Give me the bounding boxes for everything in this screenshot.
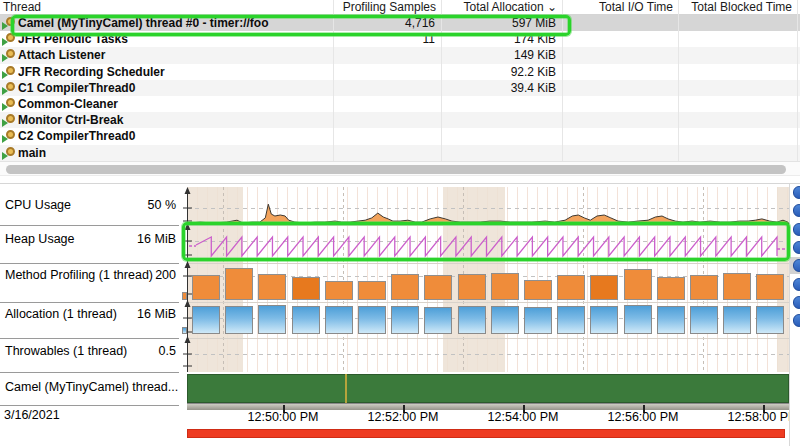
method-profiling-bar[interactable] (557, 275, 585, 300)
cpu-usage-chart[interactable] (187, 187, 789, 225)
allocation-bar[interactable] (524, 307, 552, 334)
gutter-separator (0, 225, 179, 226)
allocation-bar[interactable] (391, 306, 419, 334)
thread-name: C2 CompilerThread0 (18, 128, 135, 144)
method-profiling-bar[interactable] (292, 277, 320, 300)
allocation-bar[interactable] (723, 306, 751, 334)
cell-allocation: 92.2 KiB (441, 64, 556, 80)
expand-arrow-icon[interactable] (2, 38, 8, 46)
cell-samples: 11 (333, 31, 435, 47)
thread-name: JFR Recording Scheduler (18, 64, 165, 80)
time-label: 12:54:00 PM (475, 410, 571, 424)
thread-activity-bar[interactable] (187, 374, 789, 403)
allocation-bar[interactable] (624, 305, 652, 334)
table-row[interactable]: Common-Cleaner (0, 96, 800, 112)
allocation-bar[interactable] (358, 306, 386, 334)
lane-toggle-button[interactable] (793, 259, 800, 272)
allocation-bar[interactable] (557, 306, 585, 334)
expand-arrow-icon[interactable] (2, 22, 8, 30)
lane-toggle-button[interactable] (793, 296, 800, 309)
method-profiling-bar[interactable] (657, 277, 685, 300)
method-profiling-bar[interactable] (491, 273, 519, 300)
lane-axis-value-3: 16 MiB (108, 307, 176, 321)
lane-toggle-button[interactable] (793, 241, 800, 254)
table-row[interactable]: Camel (MyTinyCamel) thread #0 - timer://… (0, 15, 800, 31)
lane-label-2: Method Profiling (1 thread) (5, 268, 153, 282)
clipped-bar (182, 292, 187, 300)
table-row[interactable]: JFR Periodic Tasks11174 KiB (0, 31, 800, 47)
method-profiling-bar[interactable] (624, 269, 652, 300)
time-label: 12:58:00 PM (715, 410, 800, 424)
gutter-separator (0, 338, 179, 339)
allocation-bar[interactable] (292, 306, 320, 334)
lane-toggle-button[interactable] (793, 278, 800, 291)
method-profiling-bar[interactable] (225, 268, 253, 300)
allocation-bar[interactable] (491, 306, 519, 334)
lane-toggle-button[interactable] (793, 186, 800, 199)
timeline-range-selector[interactable] (187, 429, 785, 438)
allocation-bar[interactable] (325, 306, 353, 334)
expand-arrow-icon[interactable] (2, 71, 8, 79)
table-row[interactable]: C1 CompilerThread039.4 KiB (0, 80, 800, 96)
allocation-bar[interactable] (690, 306, 718, 334)
allocation-bar[interactable] (458, 306, 486, 334)
column-divider (441, 0, 442, 161)
timeline-panel[interactable]: CPU Usage50 %Heap Usage16 MiBMethod Prof… (0, 183, 800, 446)
allocation-bar[interactable] (225, 306, 253, 334)
method-profiling-bar[interactable] (192, 275, 220, 300)
method-profiling-bar[interactable] (391, 274, 419, 300)
thread-table[interactable]: ThreadProfiling SamplesTotal Allocation … (0, 0, 800, 161)
table-row[interactable]: Attach Listener149 KiB (0, 47, 800, 63)
cell-allocation: 149 KiB (441, 47, 556, 63)
thread-icon (2, 33, 17, 46)
clipped-bar (182, 327, 187, 334)
column-header-profiling-samples[interactable]: Profiling Samples (333, 0, 436, 15)
lane-toggle-button[interactable] (793, 204, 800, 217)
method-profiling-bar[interactable] (590, 275, 618, 300)
lane-toggle-button[interactable] (793, 223, 800, 236)
method-profiling-bar[interactable] (258, 274, 286, 300)
method-profiling-bar[interactable] (524, 280, 552, 300)
column-header-total-blocked-time[interactable]: Total Blocked Time (678, 0, 792, 15)
column-header-thread[interactable]: Thread (3, 0, 333, 15)
gutter-separator (0, 405, 179, 406)
expand-arrow-icon[interactable] (2, 152, 8, 160)
allocation-bar[interactable] (590, 306, 618, 334)
allocation-bar[interactable] (192, 306, 220, 334)
table-row[interactable]: Monitor Ctrl-Break (0, 112, 800, 128)
table-row[interactable]: JFR Recording Scheduler92.2 KiB (0, 64, 800, 80)
allocation-bar[interactable] (258, 305, 286, 334)
table-row[interactable]: main (0, 145, 800, 161)
heap-usage-chart[interactable] (187, 225, 789, 263)
allocation-bar[interactable] (657, 306, 685, 334)
method-profiling-bar[interactable] (458, 274, 486, 300)
expand-arrow-icon[interactable] (2, 103, 8, 111)
method-profiling-bar[interactable] (358, 281, 386, 300)
method-profiling-bar[interactable] (723, 273, 751, 300)
expand-arrow-icon[interactable] (2, 87, 8, 95)
gutter-separator (0, 263, 179, 264)
method-profiling-bar[interactable] (690, 275, 718, 300)
scrollbar-thumb[interactable] (6, 165, 786, 174)
cell-allocation: 174 KiB (441, 31, 556, 47)
expand-arrow-icon[interactable] (2, 54, 8, 62)
table-row[interactable]: C2 CompilerThread0 (0, 128, 800, 144)
lane-axis-value-0: 50 % (108, 198, 176, 212)
thread-icon (2, 98, 17, 111)
lane-label-4: Throwables (1 thread) (5, 344, 127, 358)
thread-icon (2, 82, 17, 95)
expand-arrow-icon[interactable] (2, 119, 8, 127)
expand-arrow-icon[interactable] (2, 135, 8, 143)
table-horizontal-scrollbar[interactable] (0, 161, 800, 176)
method-profiling-bar[interactable] (424, 275, 452, 300)
date-label: 3/16/2021 (4, 408, 60, 422)
thread-icon (2, 147, 17, 160)
allocation-bar[interactable] (424, 307, 452, 334)
column-header-total-i-o-time[interactable]: Total I/O Time (562, 0, 673, 15)
allocation-bar[interactable] (756, 306, 784, 334)
time-axis-strip (187, 403, 789, 410)
column-header-total-allocation[interactable]: Total Allocation ⌄ (441, 0, 557, 15)
method-profiling-bar[interactable] (325, 281, 353, 300)
method-profiling-bar[interactable] (756, 274, 784, 300)
lane-toggle-button[interactable] (793, 314, 800, 327)
